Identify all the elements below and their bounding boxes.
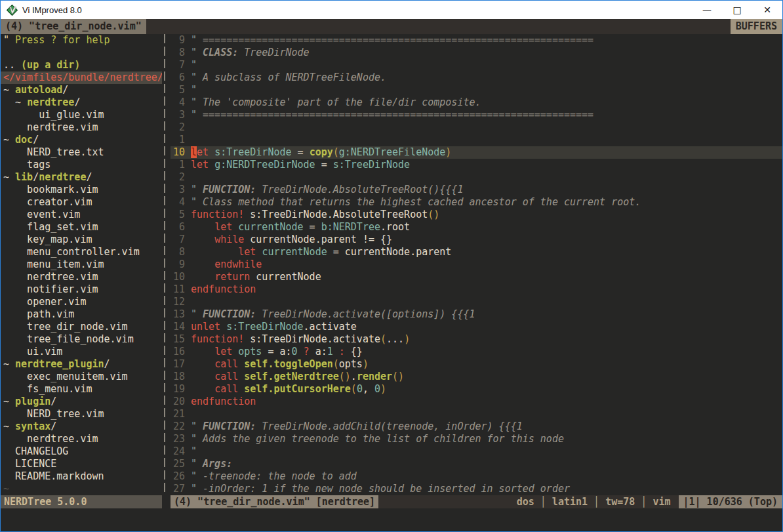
tree-item[interactable]: exec_menuitem.vim (1, 371, 162, 383)
tree-item[interactable]: tree_file_node.vim (1, 333, 162, 346)
code-line[interactable]: 25" Args: (171, 458, 782, 470)
tree-item[interactable]: CHANGELOG (1, 445, 162, 458)
line-number: 3 (173, 184, 185, 196)
tree-text: tree_dir_node.vim (3, 321, 128, 333)
code-line[interactable]: 7 while currentNode.parent != {} (171, 234, 782, 246)
code-line[interactable]: 1let g:NERDTreeDirNode = s:TreeDirNode (171, 159, 782, 171)
code-line[interactable]: 9 endwhile (171, 258, 782, 271)
code-line[interactable]: 7" (171, 59, 782, 72)
status-bar: NERDTree 5.0.0 (4) "tree_dir_node.vim" [… (1, 495, 782, 508)
tree-item[interactable]: nerdtree.vim (1, 271, 162, 283)
tree-item[interactable] (1, 47, 162, 59)
code-line[interactable]: 4" The 'composite' part of the file/dir … (171, 96, 782, 109)
code-line[interactable]: 20endfunction (171, 396, 782, 408)
code-line[interactable]: 23" Adds the given treenode to the list … (171, 433, 782, 445)
code-line[interactable]: 9" =====================================… (171, 34, 782, 47)
code-line[interactable]: 26" -treenode: the node to add (171, 470, 782, 483)
tree-item[interactable]: ~ (1, 483, 162, 495)
code-line[interactable]: 6" A subclass of NERDTreeFileNode. (171, 72, 782, 84)
tree-text: README.markdown (3, 470, 104, 482)
code-token: while (214, 234, 244, 245)
code-line[interactable]: 24" (171, 445, 782, 458)
tree-item[interactable]: ~ syntax/ (1, 420, 162, 433)
code-line[interactable]: 15function! s:TreeDirNode.activate(...) (171, 333, 782, 346)
tree-item[interactable]: ~ plugin/ (1, 396, 162, 408)
code-line[interactable]: 1 (171, 134, 782, 146)
tree-item[interactable]: NERD_tree.txt (1, 146, 162, 159)
tree-item[interactable]: ~ doc/ (1, 134, 162, 146)
code-token: g:NERDTreeFileNode (339, 146, 446, 158)
code-line[interactable]: 10 return currentNode (171, 271, 782, 283)
code-line[interactable]: 4" Class method that returns the highest… (171, 196, 782, 209)
code-token (232, 221, 238, 233)
tree-item[interactable]: ~ autoload/ (1, 84, 162, 96)
minimize-button[interactable]: — (692, 1, 722, 19)
tree-item[interactable]: path.vim (1, 308, 162, 321)
window-separator[interactable] (162, 34, 171, 495)
code-line[interactable]: 12 (171, 296, 782, 308)
maximize-button[interactable]: □ (722, 1, 752, 19)
code-line[interactable]: 19 call self.putCursorHere(0, 0) (171, 383, 782, 396)
code-line[interactable]: 8 let currentNode = currentNode.parent (171, 246, 782, 258)
tree-item[interactable]: creator.vim (1, 196, 162, 209)
code-line[interactable]: 3" FUNCTION: TreeDirNode.AbsoluteTreeRoo… (171, 184, 782, 196)
code-token (220, 321, 226, 333)
tree-item[interactable]: notifier.vim (1, 283, 162, 296)
code-line[interactable]: 3" =====================================… (171, 109, 782, 121)
code-token: () (428, 209, 439, 220)
code-token: opts (339, 358, 363, 370)
tab-tree-dir-node[interactable]: (4) "tree_dir_node.vim" (1, 19, 146, 34)
tree-item[interactable]: menu_controller.vim (1, 246, 162, 258)
code-token: " ======================================… (191, 34, 593, 46)
code-line[interactable]: 14unlet s:TreeDirNode.activate (171, 321, 782, 333)
tree-item[interactable]: README.markdown (1, 470, 162, 483)
code-line[interactable]: 16 let opts = a:0 ? a:1 : {} (171, 346, 782, 358)
code-line[interactable]: 2 (171, 121, 782, 134)
code-line[interactable]: 17 call self.toggleOpen(opts) (171, 358, 782, 371)
tree-item[interactable]: key_map.vim (1, 234, 162, 246)
tree-item[interactable]: flag_set.vim (1, 221, 162, 234)
code-line[interactable]: 6 let currentNode = b:NERDTree.root (171, 221, 782, 234)
tree-item[interactable]: tags (1, 159, 162, 171)
tree-item[interactable]: menu_item.vim (1, 258, 162, 271)
tree-item[interactable]: fs_menu.vim (1, 383, 162, 396)
tree-item[interactable]: NERD_tree.vim (1, 408, 162, 420)
code-line[interactable]: 11endfunction (171, 283, 782, 296)
code-line[interactable]: 5function! s:TreeDirNode.AbsoluteTreeRoo… (171, 209, 782, 221)
code-line[interactable]: 10let s:TreeDirNode = copy(g:NERDTreeFil… (171, 146, 782, 159)
tree-item[interactable]: nerdtree.vim (1, 433, 162, 445)
code-line[interactable]: 18 call self.getNerdtree().render() (171, 371, 782, 383)
tree-item[interactable]: LICENCE (1, 458, 162, 470)
tree-item[interactable]: event.vim (1, 209, 162, 221)
code-token: endwhile (214, 258, 262, 270)
tree-item[interactable]: ~ nerdtree/ (1, 96, 162, 109)
tree-item[interactable]: .. (up a dir) (1, 59, 162, 72)
code-line[interactable]: 27" -inOrder: 1 if the new node should b… (171, 483, 782, 495)
tree-item[interactable]: ~ nerdtree_plugin/ (1, 358, 162, 371)
code-line[interactable]: 21 (171, 408, 782, 420)
tree-item[interactable]: tree_dir_node.vim (1, 321, 162, 333)
tree-item[interactable]: bookmark.vim (1, 184, 162, 196)
code-line[interactable]: 22" FUNCTION: TreeDirNode.addChild(treen… (171, 420, 782, 433)
code-token: ) (363, 358, 369, 370)
line-number: 8 (173, 47, 185, 59)
tree-text: tree_file_node.vim (3, 333, 134, 345)
close-button[interactable]: ✕ (752, 1, 782, 19)
code-line[interactable]: 13" FUNCTION: TreeDirNode.activate([opti… (171, 308, 782, 321)
tree-text: NERD_tree.txt (3, 146, 104, 158)
code-line[interactable]: 8" CLASS: TreeDirNode (171, 47, 782, 59)
code-line[interactable]: 5" (171, 84, 782, 96)
tree-item[interactable]: ui.vim (1, 346, 162, 358)
tree-item[interactable]: " Press ? for help (1, 34, 162, 47)
line-number: 9 (173, 258, 185, 271)
tree-item[interactable]: ui_glue.vim (1, 109, 162, 121)
line-number: 5 (173, 84, 185, 96)
tree-item[interactable]: nerdtree.vim (1, 121, 162, 134)
tree-text: ~ (3, 134, 15, 146)
tree-item[interactable]: </vimfiles/bundle/nerdtree/ (1, 72, 162, 84)
code-token: self.toggleOpen (244, 358, 332, 370)
tree-item[interactable]: opener.vim (1, 296, 162, 308)
tree-item[interactable]: ~ lib/nerdtree/ (1, 171, 162, 184)
line-number: 24 (173, 445, 185, 458)
code-line[interactable]: 2 (171, 171, 782, 184)
